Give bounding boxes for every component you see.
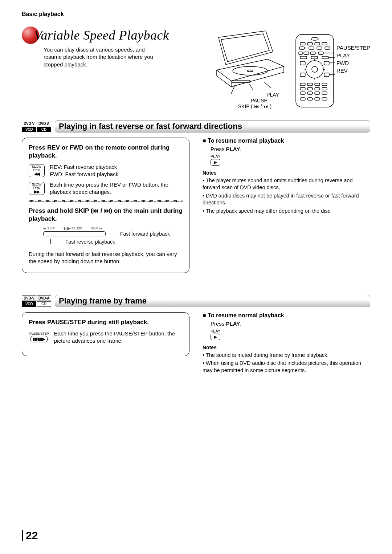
svg-rect-44 — [322, 92, 327, 94]
unit-label: ▮/▮▶ PAUSE — [64, 227, 82, 230]
badge: DVD-V — [22, 296, 36, 301]
svg-point-26 — [312, 66, 318, 72]
resume-heading: To resume normal playback — [203, 312, 370, 319]
svg-rect-33 — [300, 83, 305, 86]
svg-rect-8 — [300, 42, 305, 45]
remote-illustration — [293, 33, 336, 109]
section2-title: Playing frame by frame — [55, 295, 370, 307]
instruction-heading: Press REV or FWD on the remote control d… — [29, 144, 183, 160]
instruction-heading: Press PAUSE/STEP during still playback. — [29, 318, 183, 326]
page-title: Variable Speed Playback — [34, 28, 169, 43]
svg-rect-27 — [300, 61, 305, 65]
svg-rect-37 — [300, 87, 305, 90]
remote-label-rev: REV — [336, 67, 370, 74]
svg-rect-40 — [322, 87, 327, 90]
svg-rect-19 — [318, 52, 323, 54]
header-rule — [22, 19, 370, 19]
desc-text: REV: Fast reverse playback — [50, 163, 118, 171]
svg-rect-42 — [307, 92, 313, 94]
play-icon-label: PLAY — [211, 329, 220, 333]
svg-rect-34 — [307, 83, 313, 86]
badge: DVD-V — [22, 121, 36, 126]
desc-text: FWD: Fast forward playback — [50, 171, 118, 178]
badge: VCD — [22, 127, 36, 132]
svg-point-7 — [311, 37, 318, 40]
badge: DVD-A — [37, 296, 51, 301]
svg-rect-12 — [299, 47, 305, 49]
rev-button-icon: SLOW REV ◀◀ — [29, 164, 45, 177]
svg-rect-36 — [322, 83, 327, 86]
svg-rect-10 — [315, 42, 320, 45]
remote-label-play: PLAY — [336, 52, 370, 59]
svg-line-3 — [264, 82, 271, 88]
svg-rect-31 — [324, 73, 329, 77]
unit-button-diagram: ⏮ SKIP ▮/▮▶ PAUSE SKIP ⏭ Fast forward pl… — [43, 227, 183, 245]
dvd-player-illustration — [209, 27, 289, 95]
desc-text: Each time you press the PAUSE/STEP butto… — [54, 330, 183, 344]
remote-label-fwd: FWD — [336, 59, 370, 67]
desc-text: Each time you press the REV or FWD butto… — [50, 181, 183, 195]
notes-heading: Notes — [203, 345, 370, 350]
unit-label: SKIP ⏭ — [91, 227, 103, 230]
fwd-button-icon: SLOW FWD ▶▶ — [29, 182, 45, 195]
svg-rect-14 — [317, 47, 322, 49]
notes-list: The sound is muted during frame by frame… — [203, 352, 370, 374]
unit-label: ⏮ SKIP — [43, 227, 55, 230]
svg-rect-16 — [299, 52, 302, 54]
section1-left-panel: Press REV or FWD on the remote control d… — [22, 138, 189, 273]
instruction-heading: Press and hold SKIP (⏮ / ⏭) on the main … — [29, 207, 183, 223]
notes-item: When using a DVD audio disc that include… — [203, 360, 370, 374]
svg-rect-43 — [315, 92, 320, 94]
svg-rect-22 — [311, 56, 318, 59]
svg-rect-9 — [307, 42, 313, 45]
unit-caption: Fast forward playback — [120, 231, 170, 237]
notes-item: The player mutes sound and omits subtitl… — [203, 177, 370, 191]
resume-heading: To resume normal playback — [203, 138, 370, 144]
svg-rect-6 — [296, 34, 334, 107]
svg-rect-15 — [325, 47, 330, 49]
svg-rect-35 — [315, 83, 320, 86]
notes-list: The player mutes sound and omits subtitl… — [203, 177, 370, 215]
svg-rect-18 — [310, 52, 315, 54]
disc-badges-s2: DVD-V DVD-A VCD CD — [22, 296, 51, 307]
svg-rect-21 — [300, 56, 307, 59]
pausestep-button-icon: ▮▮/▮▮▶ — [30, 336, 48, 342]
svg-rect-30 — [300, 73, 305, 77]
section2-left-panel: Press PAUSE/STEP during still playback. … — [22, 312, 189, 356]
svg-point-1 — [247, 70, 253, 72]
intro-text: You can play discs at various speeds, an… — [44, 46, 163, 68]
resume-text: Press PLAY. — [211, 146, 370, 153]
badge: CD — [37, 127, 51, 132]
resume-text: Press PLAY. — [211, 320, 370, 327]
section1-title: Playing in fast reverse or fast forward … — [55, 120, 370, 133]
paragraph: During the fast forward or fast reverse … — [29, 250, 183, 265]
play-button-icon: ▶ — [211, 334, 220, 340]
header-section: Basic playback — [22, 11, 370, 17]
badge: CD — [37, 301, 51, 307]
svg-rect-46 — [307, 98, 313, 100]
notes-item: DVD audio discs may not be played in fas… — [203, 192, 370, 207]
notes-item: The sound is muted during frame by frame… — [203, 352, 370, 359]
svg-rect-13 — [309, 47, 314, 49]
svg-point-25 — [306, 61, 323, 78]
unit-caption: Fast reverse playback — [65, 239, 115, 245]
svg-rect-39 — [315, 87, 320, 90]
svg-rect-38 — [307, 87, 313, 90]
svg-rect-11 — [322, 42, 327, 45]
device-label-skip: SKIP ( ⏮ / ⏭ ) — [209, 103, 289, 109]
notes-item: The playback speed may differ depending … — [203, 208, 370, 215]
play-icon-label: PLAY — [211, 154, 220, 159]
device-label-pause: PAUSE — [209, 98, 289, 103]
svg-rect-23 — [322, 56, 328, 59]
badge: VCD — [22, 301, 36, 307]
page-number: 22 — [22, 530, 38, 541]
play-button-icon: ▶ — [211, 159, 220, 166]
svg-rect-48 — [322, 98, 327, 100]
disc-badges-s1: DVD-V DVD-A VCD CD — [22, 121, 51, 132]
svg-line-4 — [249, 84, 253, 90]
svg-rect-28 — [324, 61, 329, 65]
divider — [29, 200, 183, 202]
pausestep-label: PAUSE/STEP — [29, 332, 49, 335]
remote-label-pause-step: PAUSE/STEP — [336, 44, 370, 52]
svg-rect-17 — [304, 52, 309, 54]
